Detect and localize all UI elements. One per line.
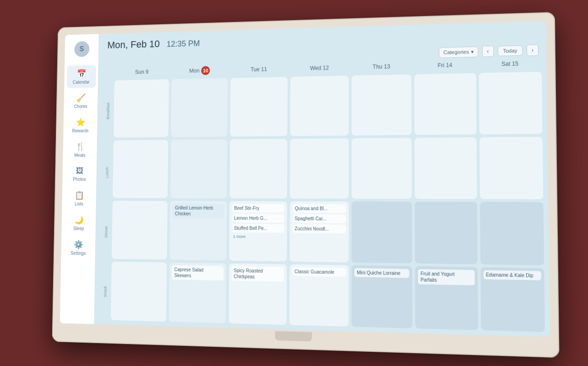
sidebar: S 📅 Calendar 🧹 Chores ⭐ Rewards 🍴 Meals … [60, 34, 99, 324]
meals-icon: 🍴 [75, 142, 84, 151]
lunch-wed [290, 138, 349, 199]
meal-quiche[interactable]: Mini Quiche Lorraine [354, 268, 409, 278]
calendar-icon: 📅 [76, 69, 86, 78]
sidebar-item-chores[interactable]: 🧹 Chores [66, 90, 96, 113]
day-label-tue11: Tue 11 [250, 66, 267, 72]
breakfast-tue [230, 77, 288, 137]
categories-button[interactable]: Categories ▾ [439, 46, 478, 58]
day-header-wed12: Wed 12 [290, 63, 349, 73]
sidebar-label-sleep: Sleep [73, 226, 84, 231]
chevron-down-icon: ▾ [471, 48, 474, 54]
breakfast-sun [114, 79, 169, 138]
sidebar-item-photos[interactable]: 🖼 Photos [65, 163, 94, 185]
calendar-grid: Sun 9 Mon 10 Tue 11 Wed 12 [111, 59, 545, 332]
row-label-breakfast: Breakfast [106, 103, 110, 119]
meal-caprese[interactable]: Caprese Salad Skewers [172, 265, 223, 281]
breakfast-wed [290, 75, 348, 136]
monitor: S 📅 Calendar 🧹 Chores ⭐ Rewards 🍴 Meals … [52, 12, 560, 358]
dinner-sat [480, 202, 544, 265]
dinner-row: Grilled Lemon Herb Chicken Beef Stir-Fry… [112, 201, 544, 265]
breakfast-fri [414, 73, 476, 135]
breakfast-thu [352, 75, 412, 136]
meal-yogurt-parfait[interactable]: Fruit and Yogurt Parfaits [418, 269, 474, 285]
meal-spaghetti[interactable]: Spaghetti Car... [293, 214, 346, 223]
sidebar-item-sleep[interactable]: 🌙 Sleep [64, 211, 93, 235]
sidebar-label-settings: Settings [71, 251, 86, 256]
day-header-sat15: Sat 15 [479, 59, 542, 70]
day-label-thu13: Thu 13 [373, 63, 390, 70]
lunch-fri [415, 137, 477, 199]
dinner-thu [352, 201, 413, 263]
meal-guacamole[interactable]: Classic Guacamole [292, 267, 346, 277]
lunch-sat [479, 137, 544, 199]
snack-tue: Spicy Roasted Chickpeas [229, 264, 287, 325]
header-date: Mon, Feb 10 [107, 38, 160, 51]
day-label-fri14: Fri 14 [438, 62, 452, 69]
meal-grilled-lemon[interactable]: Grilled Lemon Herb Chicken [173, 204, 224, 218]
sidebar-item-calendar[interactable]: 📅 Calendar [66, 65, 96, 88]
calendar-rows: Grilled Lemon Herb Chicken Beef Stir-Fry… [111, 72, 545, 332]
row-label-snack: Snack [103, 286, 108, 297]
prev-button[interactable]: ‹ [482, 46, 494, 57]
dinner-fri [415, 202, 477, 264]
lunch-mon [170, 140, 227, 199]
header-time: 12:35 PM [167, 39, 200, 49]
snack-mon: Caprese Salad Skewers [169, 263, 226, 323]
screen: S 📅 Calendar 🧹 Chores ⭐ Rewards 🍴 Meals … [60, 21, 550, 337]
breakfast-row [114, 72, 543, 138]
meal-zucchini[interactable]: Zucchini Noodl... [292, 224, 346, 233]
snack-fri: Fruit and Yogurt Parfaits [415, 266, 478, 330]
lunch-thu [352, 138, 412, 199]
categories-label: Categories [443, 49, 469, 55]
calendar-grid-wrapper: Breakfast Lunch Dinner Snack Sun 9 Mon 1… [94, 59, 550, 337]
snack-thu: Mini Quiche Lorraine [352, 265, 413, 328]
monitor-stand [275, 331, 312, 342]
breakfast-sat [479, 72, 543, 135]
today-badge: 10 [201, 66, 210, 75]
breakfast-mon [171, 78, 228, 137]
meal-stuffed-bell[interactable]: Stuffed Bell Pe... [232, 224, 284, 233]
dinner-sun [112, 201, 168, 260]
meal-spicy-chickpeas[interactable]: Spicy Roasted Chickpeas [231, 266, 284, 282]
today-button[interactable]: Today [497, 45, 523, 56]
more-link-tue[interactable]: 1 more [232, 234, 284, 240]
sidebar-label-calendar: Calendar [73, 80, 90, 85]
day-label-mon10: Mon [189, 68, 199, 74]
app-logo: S [74, 41, 89, 57]
snack-sun [111, 262, 167, 322]
snack-row: Caprese Salad Skewers Spicy Roasted Chic… [111, 262, 545, 332]
meal-edamame[interactable]: Edamame & Kale Dip [483, 270, 541, 280]
row-label-dinner: Dinner [104, 226, 109, 237]
row-label-lunch: Lunch [105, 167, 109, 178]
day-label-wed12: Wed 12 [310, 65, 329, 71]
sidebar-label-rewards: Rewards [72, 128, 88, 133]
photos-icon: 🖼 [76, 167, 83, 176]
snack-sat: Edamame & Kale Dip [480, 267, 545, 332]
lists-icon: 📋 [75, 190, 84, 200]
sidebar-item-rewards[interactable]: ⭐ Rewards [65, 114, 95, 137]
dinner-wed: Quinoa and Bl... Spaghetti Car... Zucchi… [289, 201, 348, 263]
sidebar-label-photos: Photos [73, 177, 86, 182]
dinner-mon: Grilled Lemon Herb Chicken [169, 201, 227, 260]
sidebar-label-meals: Meals [74, 153, 86, 158]
sidebar-item-meals[interactable]: 🍴 Meals [65, 138, 95, 161]
day-header-sun9: Sun 9 [114, 67, 169, 77]
day-label-sat15: Sat 15 [501, 60, 518, 67]
dinner-tue: Beef Stir-Fry Lemon Herb G... Stuffed Be… [229, 201, 287, 262]
day-header-mon10: Mon 10 [172, 65, 228, 75]
sidebar-item-settings[interactable]: ⚙️ Settings [63, 236, 93, 259]
sidebar-item-lists[interactable]: 📋 Lists [64, 187, 94, 210]
snack-wed: Classic Guacamole [289, 264, 349, 327]
meal-beef-stir-fry[interactable]: Beef Stir-Fry [232, 204, 284, 212]
lunch-tue [229, 139, 287, 199]
settings-icon: ⚙️ [74, 240, 83, 249]
day-label-sun9: Sun 9 [135, 69, 148, 75]
day-header-tue11: Tue 11 [230, 64, 288, 74]
next-button[interactable]: › [527, 44, 539, 56]
meal-lemon-herb-g[interactable]: Lemon Herb G... [232, 214, 284, 223]
chores-icon: 🧹 [76, 93, 85, 103]
lunch-row [113, 137, 543, 199]
meal-quinoa[interactable]: Quinoa and Bl... [293, 204, 346, 213]
sidebar-label-lists: Lists [75, 201, 83, 206]
lunch-sun [113, 140, 169, 199]
